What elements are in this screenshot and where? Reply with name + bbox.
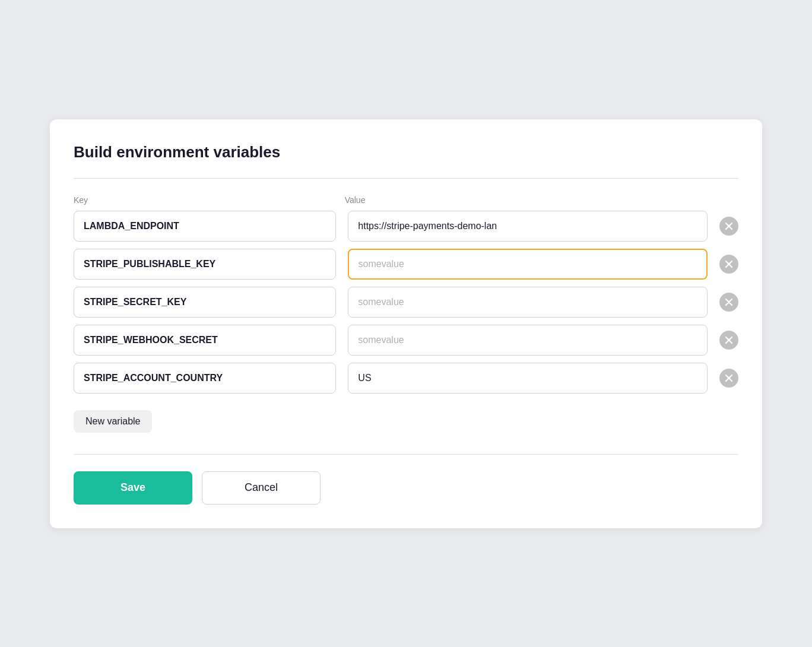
value-input-2[interactable] [348,287,708,318]
column-headers: Key Value [74,195,738,205]
action-buttons: Save Cancel [74,471,738,505]
remove-button-4[interactable] [719,369,738,388]
col-header-value: Value [345,195,708,205]
value-input-3[interactable] [348,325,708,356]
variable-row [74,211,738,242]
remove-button-2[interactable] [719,293,738,312]
col-header-key: Key [74,195,333,205]
variables-list [74,211,738,394]
remove-button-3[interactable] [719,331,738,350]
variable-row [74,325,738,356]
remove-button-0[interactable] [719,217,738,236]
key-input-2[interactable] [74,287,336,318]
cancel-button[interactable]: Cancel [202,471,321,505]
variable-row [74,287,738,318]
dialog-title: Build environment variables [74,143,738,161]
value-input-0[interactable] [348,211,708,242]
value-input-1[interactable] [348,249,708,280]
value-input-4[interactable] [348,363,708,394]
variable-row [74,363,738,394]
new-variable-button[interactable]: New variable [74,410,152,433]
key-input-0[interactable] [74,211,336,242]
save-button[interactable]: Save [74,471,192,505]
remove-button-1[interactable] [719,255,738,274]
key-input-3[interactable] [74,325,336,356]
key-input-4[interactable] [74,363,336,394]
variable-row [74,249,738,280]
dialog-container: Build environment variables Key Value Ne… [50,119,762,528]
action-divider [74,454,738,455]
key-input-1[interactable] [74,249,336,280]
title-divider [74,178,738,179]
